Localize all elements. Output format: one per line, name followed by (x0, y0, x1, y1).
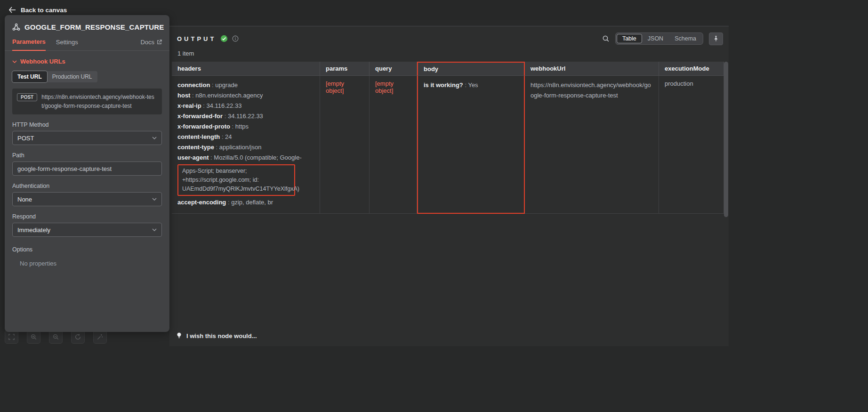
search-icon[interactable] (602, 35, 610, 42)
http-method-select[interactable]: POST (12, 131, 162, 145)
cell-query: [empty object] (370, 76, 417, 214)
header-key: accept-encoding (177, 199, 226, 206)
header-entries: connection : upgrade host : n8n.envision… (177, 80, 314, 153)
annotation-box-user-agent: Apps-Script; beanserver; +https://script… (177, 164, 295, 196)
authentication-label: Authentication (12, 183, 162, 189)
chevron-down-icon (152, 198, 157, 201)
zoom-out-button[interactable] (49, 330, 63, 344)
header-entry: x-forwarded-proto : https (177, 121, 314, 132)
path-label: Path (12, 152, 162, 159)
header-key: content-type (177, 144, 214, 151)
view-mode-switcher: Table JSON Schema (615, 32, 703, 45)
header-value: https (235, 123, 249, 130)
field-path: Path (12, 152, 162, 176)
method-badge: POST (17, 93, 37, 101)
header-value: 34.116.22.33 (206, 102, 241, 109)
zoom-in-button[interactable] (27, 330, 40, 344)
view-mode-table[interactable]: Table (617, 34, 642, 43)
field-respond: Respond Immediately (12, 213, 162, 237)
execution-mode-value: production (665, 80, 693, 87)
webhook-test-url[interactable]: https://n8n.envisiontech.agency/webhook-… (41, 93, 157, 110)
pin-icon (713, 35, 719, 42)
header-key: x-forwarded-for (177, 113, 223, 120)
chevron-down-icon (152, 228, 157, 231)
kv-separator: : (230, 123, 235, 130)
kv-separator: : (201, 102, 207, 109)
options-label: Options (12, 246, 162, 253)
field-authentication: Authentication None (12, 183, 162, 206)
header-key: x-real-ip (177, 102, 201, 109)
zoom-to-fit-button[interactable] (5, 330, 18, 344)
user-agent-line: +https://script.google.com; id: (182, 176, 290, 185)
output-header: OUTPUT Table JSON Schema (177, 32, 723, 46)
respond-label: Respond (12, 213, 162, 220)
webhook-url-value: https://n8n.envisiontech.agency/webhook/… (530, 81, 651, 99)
header-entry-user-agent: user-agent : Mozilla/5.0 (compatible; Go… (177, 153, 314, 163)
pin-data-button[interactable] (709, 32, 723, 45)
kv-separator: : (220, 133, 225, 140)
header-key: x-forwarded-proto (177, 123, 230, 130)
authentication-select[interactable]: None (12, 192, 162, 206)
cell-body: is it working? : Yes (417, 76, 525, 214)
view-mode-json[interactable]: JSON (642, 34, 669, 43)
header-key: user-agent (177, 154, 209, 161)
column-header-executionMode: executionMode (659, 62, 724, 76)
header-value: Mozilla/5.0 (compatible; Google- (214, 154, 301, 161)
test-url-button[interactable]: Test URL (12, 71, 47, 82)
production-url-button[interactable]: Production URL (47, 71, 97, 82)
header-key: connection (177, 81, 210, 89)
info-icon[interactable] (232, 35, 239, 42)
wish-feedback-button[interactable]: I wish this node would... (176, 332, 257, 339)
node-title: GOOGLE_FORM_RESPONSE_CAPTURE (24, 23, 164, 31)
zoom-in-icon (30, 333, 37, 340)
node-panel-header: GOOGLE_FORM_RESPONSE_CAPTURE (5, 15, 169, 31)
respond-select[interactable]: Immediately (12, 223, 162, 237)
items-count: 1 item (177, 50, 194, 57)
header-entry: x-forwarded-for : 34.116.22.33 (177, 111, 314, 121)
field-http-method: HTTP Method POST (12, 121, 162, 145)
body-key: is it working? (424, 81, 463, 89)
user-agent-line: Apps-Script; beanserver; (182, 167, 290, 176)
external-link-icon (157, 40, 162, 45)
back-to-canvas-button[interactable]: Back to canvas (8, 7, 67, 14)
column-header-query: query (370, 62, 417, 76)
tab-docs[interactable]: Docs (140, 39, 162, 50)
reset-zoom-button[interactable] (71, 330, 85, 344)
zoom-out-icon (52, 333, 59, 340)
header-value: n8n.envisiontech.agency (195, 92, 263, 99)
cell-webhook-url: https://n8n.envisiontech.agency/webhook/… (525, 76, 659, 214)
header-entry: connection : upgrade (177, 80, 314, 90)
docs-label: Docs (140, 39, 154, 46)
output-scrollbar[interactable] (724, 62, 728, 217)
column-header-webhookUrl: webhookUrl (525, 62, 659, 76)
header-value: application/json (219, 144, 262, 151)
header-entry: content-length : 24 (177, 132, 314, 142)
path-input[interactable] (12, 162, 162, 176)
chevron-down-icon (12, 60, 17, 63)
empty-object-text: [empty object] (326, 80, 344, 94)
empty-object-text: [empty object] (375, 80, 394, 94)
tab-parameters[interactable]: Parameters (12, 38, 46, 51)
user-agent-line: UAEmdDd9f7myQRlKJmvtvC14TYYeXlfgxA) (182, 185, 290, 194)
header-entry: x-real-ip : 34.116.22.33 (177, 101, 314, 111)
respond-value: Immediately (17, 226, 50, 234)
webhook-urls-toggle[interactable]: Webhook URLs (12, 58, 162, 65)
view-mode-schema[interactable]: Schema (669, 34, 702, 43)
lightbulb-icon (176, 332, 182, 339)
success-check-icon (220, 35, 228, 42)
url-mode-switcher: Test URL Production URL (12, 71, 97, 82)
header-entry-accept-encoding: accept-encoding : gzip, deflate, br (177, 197, 314, 208)
kv-separator: : (223, 113, 228, 120)
kv-separator: : (209, 154, 214, 161)
body-value: Yes (468, 81, 478, 89)
output-table: headers params query body webhookUrl exe… (172, 62, 724, 214)
body-entry: is it working? : Yes (424, 80, 518, 90)
header-key: content-length (177, 133, 220, 140)
tab-settings[interactable]: Settings (56, 39, 78, 50)
reset-zoom-icon (74, 333, 81, 340)
tidy-up-button[interactable] (93, 330, 107, 344)
header-value: 34.116.22.33 (228, 113, 263, 120)
column-header-headers: headers (172, 62, 320, 76)
node-tabs: Parameters Settings Docs (5, 31, 169, 51)
output-panel: OUTPUT Table JSON Schema 1 item header (169, 26, 729, 346)
